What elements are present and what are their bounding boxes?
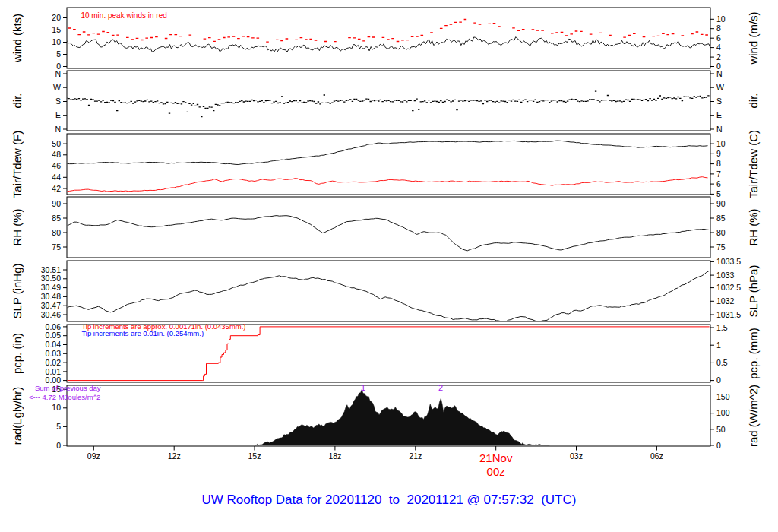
y-tick-label-right: 2 xyxy=(716,52,721,62)
panel-temp-box xyxy=(67,134,710,195)
x-tick-label: 09z xyxy=(87,451,100,461)
y-tick-label-right: 0 xyxy=(716,375,721,385)
y-tick-label-left: 80 xyxy=(52,228,61,237)
panel-rh-box xyxy=(67,197,710,258)
x-tick-label: 21z xyxy=(409,451,422,461)
y-tick-label-left: 20 xyxy=(52,13,61,22)
x-tick-label: 21Nov xyxy=(479,451,513,464)
y-tick-label-right: W xyxy=(716,83,724,92)
chart-title: UW Rooftop Data for 20201120 to 20201121… xyxy=(0,492,778,508)
ylabel-right-rh: RH (%) xyxy=(747,208,760,245)
y-tick-label-left: W xyxy=(53,83,61,92)
panel-temp: 42444648505678910Tair/Tdew (F)Tair/Tdew … xyxy=(11,130,760,198)
y-tick-label-right: 0.5 xyxy=(716,358,728,367)
y-tick-label-right: 80 xyxy=(716,228,726,237)
y-tick-label-right: 4 xyxy=(716,43,721,52)
panel-wind: 051015200246810wind (kts)wind (m/s)10 mi… xyxy=(11,8,760,71)
y-tick-label-left: 30.50 xyxy=(41,274,61,283)
y-tick-label-right: 10 xyxy=(716,139,726,148)
x-axis: 09z12z15z18z21z21Nov00z03z06z xyxy=(87,446,663,478)
y-tick-label-left: 0.03 xyxy=(46,349,62,358)
y-tick-label-right: 9 xyxy=(716,149,721,158)
y-tick-label-left: 10 xyxy=(52,37,61,46)
ylabel-left-wind: wind (kts) xyxy=(11,14,24,63)
x-tick-label: 00z xyxy=(487,465,505,478)
y-tick-label-left: 90 xyxy=(52,199,61,208)
y-tick-label-left: 0.00 xyxy=(46,375,62,385)
x-tick-label: 12z xyxy=(168,451,181,461)
meteogram-svg: 051015200246810wind (kts)wind (m/s)10 mi… xyxy=(0,0,778,490)
y-tick-label-left: 0.02 xyxy=(46,358,62,367)
y-tick-label-left: 46 xyxy=(52,161,61,170)
y-tick-label-left: 50 xyxy=(52,139,61,148)
y-tick-label-left: 30.46 xyxy=(41,310,61,319)
ylabel-left-slp: SLP (inHg) xyxy=(11,263,24,318)
y-tick-label-right: 85 xyxy=(716,214,726,223)
annotation: 1 xyxy=(361,383,365,392)
y-tick-label-right: 6 xyxy=(716,179,721,188)
panel-rh: 7580859075808590RH (%)RH (%) xyxy=(11,197,760,258)
y-tick-label-left: S xyxy=(55,97,61,106)
ylabel-left-dir: dir. xyxy=(11,93,24,108)
panel-slp-box xyxy=(67,261,710,321)
y-tick-label-right: N xyxy=(716,69,723,78)
y-tick-label-left: 85 xyxy=(52,214,61,223)
y-tick-label-right: 1032 xyxy=(716,296,735,306)
ylabel-right-wind: wind (m/s) xyxy=(747,11,760,65)
ylabel-left-rad: rad(Lgly/hr) xyxy=(11,387,24,445)
ylabel-left-temp: Tair/Tdew (F) xyxy=(11,131,24,198)
y-tick-label-right: 1033.5 xyxy=(716,257,741,266)
y-tick-label-right: 1 xyxy=(716,340,721,350)
y-tick-label-left: 15 xyxy=(52,25,61,34)
y-tick-label-left: N xyxy=(55,69,61,78)
ylabel-right-dir: dir. xyxy=(747,93,760,108)
y-tick-label-left: 44 xyxy=(52,173,61,182)
panel-rad: 051015050100150rad(Lgly/hr)rad (W/m^2)Su… xyxy=(11,383,760,450)
y-tick-label-right: N xyxy=(716,125,723,134)
y-tick-label-left: 5 xyxy=(56,49,61,59)
y-tick-label-right: 0 xyxy=(716,441,721,450)
y-tick-label-right: 50 xyxy=(716,425,726,434)
x-tick-label: 15z xyxy=(248,451,261,461)
y-tick-label-right: 6 xyxy=(716,33,721,43)
x-tick-label: 03z xyxy=(570,451,583,461)
ylabel-left-pcp: pcp. (in) xyxy=(11,333,24,374)
y-tick-label-left: 0.01 xyxy=(46,367,62,376)
y-tick-label-right: 7 xyxy=(716,169,721,179)
annotation: Tip increments are 0.01in. (0.254mm.) xyxy=(81,329,204,337)
ylabel-left-rh: RH (%) xyxy=(11,208,24,245)
ylabel-right-rad: rad (W/m^2) xyxy=(747,385,760,447)
ylabel-right-pcp: pcp. (mm) xyxy=(747,328,760,379)
meteogram-figure: 051015200246810wind (kts)wind (m/s)10 mi… xyxy=(0,0,778,532)
y-tick-label-left: E xyxy=(55,110,61,119)
x-tick-label: 06z xyxy=(650,451,663,461)
y-tick-label-left: 10 xyxy=(52,403,61,412)
ylabel-right-slp: SLP (hPa) xyxy=(747,265,760,318)
y-tick-label-left: 5 xyxy=(56,422,61,431)
y-tick-label-right: 1.5 xyxy=(716,323,728,332)
y-tick-label-left: 30.49 xyxy=(41,283,61,292)
y-tick-label-right: 8 xyxy=(716,24,721,33)
y-tick-label-right: 5 xyxy=(716,189,721,198)
y-tick-label-left: 75 xyxy=(52,242,61,252)
y-tick-label-left: 0.06 xyxy=(46,322,62,331)
y-tick-label-right: 1032.5 xyxy=(716,283,741,292)
panel-pcp: 0.000.010.020.030.040.050.0600.511.5pcp.… xyxy=(11,322,760,385)
annotation: 10 min. peak winds in red xyxy=(81,11,166,20)
panel-dir: NWSENNWSENdir.dir. xyxy=(11,69,760,134)
y-tick-label-right: 75 xyxy=(716,242,726,252)
y-tick-label-right: E xyxy=(716,110,722,119)
y-tick-label-left: 0.05 xyxy=(46,331,62,340)
y-tick-label-right: 150 xyxy=(716,392,730,401)
y-tick-label-left: 0.04 xyxy=(46,340,62,349)
y-tick-label-right: S xyxy=(716,97,722,106)
y-tick-label-left: 42 xyxy=(52,184,61,193)
y-tick-label-right: 90 xyxy=(716,199,726,208)
y-tick-label-left: 48 xyxy=(52,150,61,159)
annotation: 2 xyxy=(438,383,443,392)
annotation: Sum of previous day xyxy=(35,384,101,392)
y-tick-label-right: 8 xyxy=(716,159,721,168)
y-tick-label-right: 1033 xyxy=(716,271,735,280)
annotation: <--- 4.72 MJoules/m^2 xyxy=(29,393,100,401)
y-tick-label-left: 0 xyxy=(56,441,61,450)
